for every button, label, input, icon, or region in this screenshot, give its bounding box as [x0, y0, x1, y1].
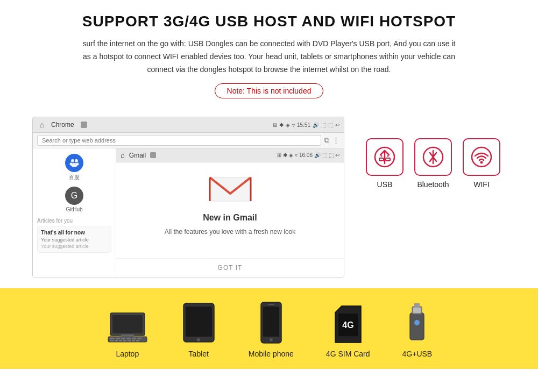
usb-icon-box — [366, 138, 404, 176]
gmail-home-icon: ⌂ — [121, 151, 125, 159]
baidu-label: 百度 — [69, 174, 80, 181]
usb-dongle-icon — [406, 301, 428, 344]
svg-point-38 — [270, 338, 273, 341]
svg-rect-30 — [132, 340, 135, 341]
svg-point-46 — [414, 320, 420, 325]
gmail-got-it[interactable]: GOT IT — [116, 258, 344, 277]
wifi-icon — [471, 146, 492, 168]
svg-rect-21 — [121, 338, 125, 339]
svg-point-35 — [197, 338, 200, 341]
chrome-tab-close — [81, 122, 87, 128]
gmail-status-icons: ⊞ ✱ ◈ ▿ 16:06 🔊 ⬚ ⬚ ↩ — [277, 152, 339, 158]
simcard-label: 4G SIM Card — [326, 350, 370, 358]
connectivity-icons: USB Bluetooth — [366, 138, 500, 189]
subtitle-text: surf the internet on the go with: USB Do… — [81, 38, 457, 76]
browser-content: 百度 G GitHub Articles for you That's all … — [33, 148, 344, 277]
svg-rect-29 — [128, 340, 131, 341]
svg-rect-25 — [110, 340, 114, 341]
device-simcard: 4G 4G SIM Card — [326, 304, 370, 358]
gmail-tab-close — [150, 152, 156, 158]
baidu-svg — [68, 157, 80, 169]
gmail-bar: ⌂ Gmail ⊞ ✱ ◈ ▿ 16:06 🔊 ⬚ ⬚ ↩ — [116, 148, 344, 162]
tablet-label: Tablet — [189, 350, 209, 358]
svg-rect-39 — [268, 304, 274, 305]
wifi-label: WIFI — [473, 180, 490, 189]
svg-rect-10 — [386, 158, 390, 161]
svg-rect-32 — [121, 334, 134, 337]
gmail-logo-svg — [209, 173, 252, 205]
device-usb: 4G+USB — [402, 301, 433, 358]
svg-rect-24 — [137, 338, 141, 339]
suggestion-title: That's all for now — [41, 230, 108, 236]
gmail-tab-label: Gmail — [129, 152, 146, 159]
wifi-icon-box — [463, 138, 500, 176]
github-icon-item: G GitHub — [37, 187, 111, 212]
svg-rect-17 — [112, 315, 143, 333]
chrome-address-bar: ⧉ ⋮ — [33, 133, 344, 148]
svg-rect-45 — [414, 303, 420, 308]
chrome-bar: ⌂ Chrome ⊞ ✱ ◈ ▿ 15:51 🔊 ⬚ ⬚ ↩ — [33, 117, 344, 133]
tablet-icon — [181, 301, 216, 344]
device-tablet: Tablet — [181, 301, 216, 358]
gmail-content: New in Gmail All the features you love w… — [116, 162, 344, 258]
bluetooth-item: Bluetooth — [414, 138, 452, 189]
laptop-label: Laptop — [116, 350, 139, 358]
svg-point-4 — [76, 163, 79, 166]
browser-left-panel: 百度 G GitHub Articles for you That's all … — [33, 148, 116, 277]
svg-point-3 — [70, 163, 73, 166]
svg-rect-23 — [132, 338, 136, 339]
github-label: GitHub — [66, 206, 82, 212]
phone-icon — [260, 301, 282, 344]
device-phone: Mobile phone — [249, 301, 294, 358]
svg-rect-20 — [116, 338, 120, 339]
address-icons: ⧉ ⋮ — [324, 136, 339, 145]
articles-label: Articles for you — [37, 218, 111, 224]
note-badge: Note: This is not included — [215, 83, 324, 98]
svg-rect-42 — [410, 313, 424, 340]
bluetooth-label: Bluetooth — [417, 180, 449, 189]
chrome-tab-label: Chrome — [51, 121, 74, 129]
svg-point-12 — [387, 155, 389, 157]
usb-item: USB — [366, 138, 404, 189]
gmail-desc: All the features you love with a fresh n… — [127, 227, 333, 237]
usb-label: 4G+USB — [402, 350, 433, 358]
baidu-icon-item: 百度 — [37, 154, 111, 181]
gmail-new-title: New in Gmail — [127, 213, 333, 223]
gmail-time: 16:06 — [299, 152, 313, 158]
icons-section: USB Bluetooth — [360, 117, 506, 189]
page-title: SUPPORT 3G/4G USB HOST AND WIFI HOTSPOT — [32, 13, 506, 30]
bluetooth-icon-box — [414, 138, 452, 176]
suggestion-card: That's all for now Your suggested articl… — [37, 226, 111, 253]
usb-label: USB — [377, 180, 393, 189]
svg-point-0 — [71, 159, 74, 162]
home-icon: ⌂ — [37, 120, 47, 130]
svg-rect-28 — [123, 340, 126, 341]
github-circle: G — [65, 187, 83, 205]
svg-point-11 — [381, 155, 383, 157]
bluetooth-icon — [422, 146, 444, 168]
simcard-icon: 4G — [332, 304, 364, 344]
gmail-panel: ⌂ Gmail ⊞ ✱ ◈ ▿ 16:06 🔊 ⬚ ⬚ ↩ — [116, 148, 344, 277]
content-row: ⌂ Chrome ⊞ ✱ ◈ ▿ 15:51 🔊 ⬚ ⬚ ↩ ⧉ ⋮ — [0, 117, 538, 288]
device-laptop: Laptop — [106, 311, 149, 358]
header-section: SUPPORT 3G/4G USB HOST AND WIFI HOTSPOT … — [0, 0, 538, 117]
svg-point-1 — [75, 159, 78, 162]
svg-rect-37 — [263, 307, 279, 337]
svg-rect-22 — [126, 338, 131, 339]
suggestion-desc: Your suggested article — [41, 237, 108, 243]
svg-text:4G: 4G — [342, 320, 353, 330]
svg-rect-31 — [136, 340, 139, 341]
usb-icon — [374, 146, 395, 168]
address-input[interactable] — [37, 135, 321, 146]
svg-point-14 — [472, 147, 491, 167]
chrome-time: 15:51 — [297, 122, 310, 128]
bottom-section: Laptop Tablet Mobile phone — [0, 288, 538, 369]
svg-rect-9 — [379, 158, 384, 161]
svg-rect-34 — [186, 307, 212, 337]
svg-rect-27 — [119, 340, 122, 341]
baidu-circle — [65, 154, 83, 172]
svg-rect-26 — [115, 340, 118, 341]
browser-mockup: ⌂ Chrome ⊞ ✱ ◈ ▿ 15:51 🔊 ⬚ ⬚ ↩ ⧉ ⋮ — [32, 117, 344, 277]
svg-rect-44 — [413, 308, 421, 313]
svg-rect-19 — [110, 338, 115, 339]
